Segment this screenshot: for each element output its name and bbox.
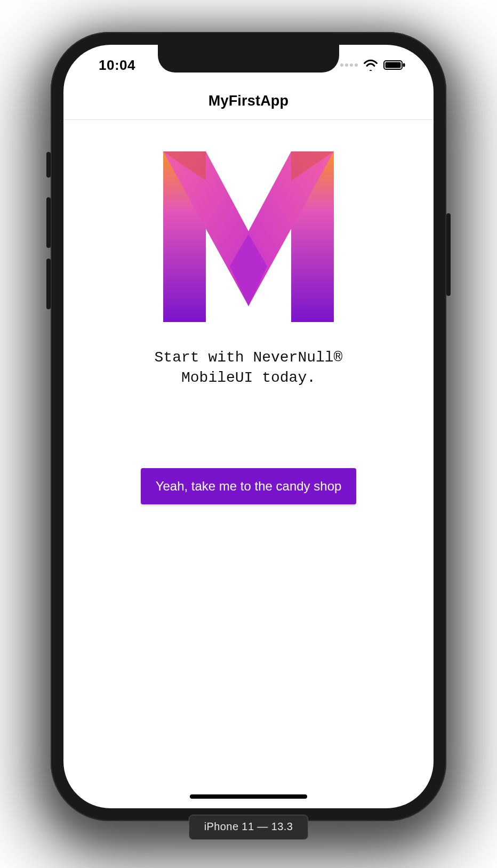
mute-switch[interactable]: [46, 152, 51, 178]
notch: [158, 45, 339, 73]
tagline-text: Start with NeverNull® MobileUI today.: [155, 348, 343, 388]
battery-icon: [383, 60, 406, 70]
nav-title: MyFirstApp: [209, 93, 289, 109]
main-content: Start with NeverNull® MobileUI today. Ye…: [63, 119, 434, 808]
status-time: 10:04: [99, 57, 135, 74]
svg-rect-1: [386, 62, 401, 68]
volume-down-button[interactable]: [46, 259, 51, 309]
navigation-bar: MyFirstApp: [63, 82, 434, 120]
iphone-device-frame: 10:04: [51, 32, 446, 821]
phone-screen: 10:04: [63, 45, 434, 808]
cta-button[interactable]: Yeah, take me to the candy shop: [141, 468, 357, 504]
home-indicator[interactable]: [190, 794, 307, 799]
svg-rect-2: [403, 63, 405, 67]
simulator-device-label: iPhone 11 — 13.3: [189, 815, 309, 840]
cellular-signal-icon: [340, 63, 358, 67]
app-logo-icon: [153, 141, 344, 333]
power-button[interactable]: [446, 213, 451, 296]
volume-up-button[interactable]: [46, 197, 51, 248]
wifi-icon: [363, 59, 378, 71]
